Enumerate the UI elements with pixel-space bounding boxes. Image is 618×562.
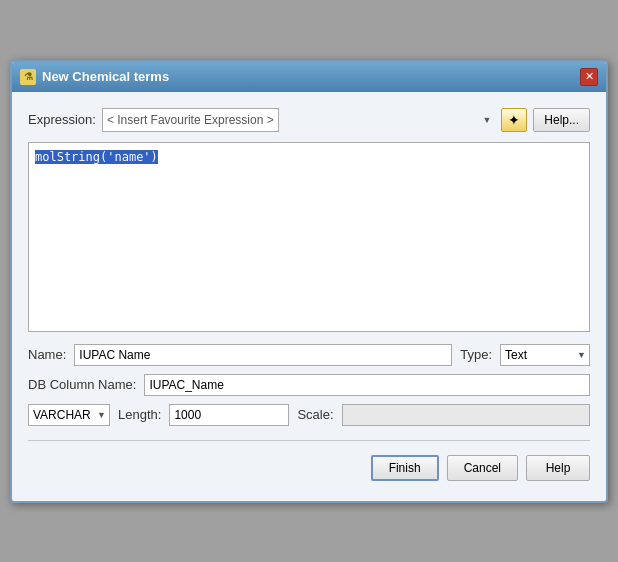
scale-input[interactable] xyxy=(342,404,590,426)
length-label: Length: xyxy=(118,407,161,422)
new-chemical-terms-dialog: ⚗ New Chemical terms ✕ Expression: < Ins… xyxy=(10,60,608,503)
expression-content: molString('name') xyxy=(33,147,585,166)
type-select-wrapper: TextNumberDate xyxy=(500,344,590,366)
expression-highlighted: molString('name') xyxy=(35,150,158,164)
cancel-button[interactable]: Cancel xyxy=(447,455,518,481)
divider xyxy=(28,440,590,441)
type-label: Type: xyxy=(460,347,492,362)
form-fields: Name: Type: TextNumberDate DB Column Nam… xyxy=(28,344,590,426)
type-select[interactable]: TextNumberDate xyxy=(500,344,590,366)
title-bar-left: ⚗ New Chemical terms xyxy=(20,69,169,85)
dbcol-row: DB Column Name: xyxy=(28,374,590,396)
add-favourite-button[interactable]: ✦ xyxy=(501,108,527,132)
length-input[interactable] xyxy=(169,404,289,426)
dialog-title: New Chemical terms xyxy=(42,69,169,84)
button-row: Finish Cancel Help xyxy=(28,455,590,485)
help-button[interactable]: Help... xyxy=(533,108,590,132)
star-icon: ✦ xyxy=(508,112,520,128)
name-label: Name: xyxy=(28,347,66,362)
finish-button[interactable]: Finish xyxy=(371,455,439,481)
scale-label: Scale: xyxy=(297,407,333,422)
dialog-body: Expression: < Insert Favourite Expressio… xyxy=(12,92,606,501)
expression-dropdown[interactable]: < Insert Favourite Expression > xyxy=(102,108,279,132)
dialog-icon: ⚗ xyxy=(20,69,36,85)
name-input[interactable] xyxy=(74,344,452,366)
dbcol-input[interactable] xyxy=(144,374,590,396)
varchar-wrapper: VARCHAR CHAR CLOB xyxy=(28,404,110,426)
dbcol-label: DB Column Name: xyxy=(28,377,136,392)
varchar-row: VARCHAR CHAR CLOB Length: Scale: xyxy=(28,404,590,426)
expression-textarea[interactable]: molString('name') xyxy=(28,142,590,332)
title-bar: ⚗ New Chemical terms ✕ xyxy=(12,62,606,92)
close-button[interactable]: ✕ xyxy=(580,68,598,86)
help-dialog-button[interactable]: Help xyxy=(526,455,590,481)
expression-row: Expression: < Insert Favourite Expressio… xyxy=(28,108,590,132)
name-type-row: Name: Type: TextNumberDate xyxy=(28,344,590,366)
expression-dropdown-wrapper: < Insert Favourite Expression > xyxy=(102,108,495,132)
varchar-select[interactable]: VARCHAR CHAR CLOB xyxy=(28,404,110,426)
expression-label: Expression: xyxy=(28,112,96,127)
